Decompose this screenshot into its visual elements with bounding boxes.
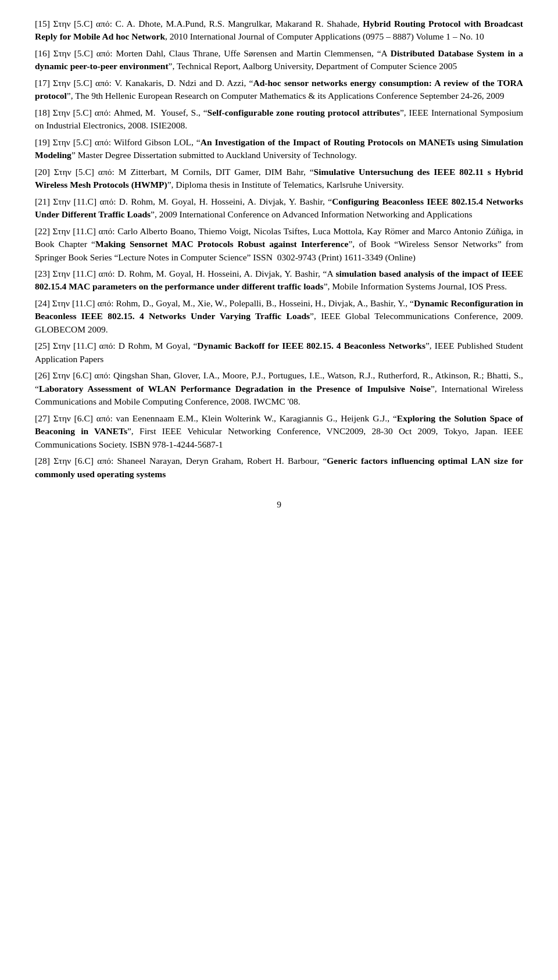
reference-16: [16] Στην [5.C] από: Morten Dahl, Claus … [35, 47, 523, 73]
reference-25: [25] Στην [11.C] από: D Rohm, M Goyal, “… [35, 339, 523, 366]
page: [15] Στην [5.C] από: C. A. Dhote, M.A.Pu… [0, 0, 558, 980]
reference-23: [23] Στην [11.C] από: D. Rohm, M. Goyal,… [35, 267, 523, 294]
reference-15: [15] Στην [5.C] από: C. A. Dhote, M.A.Pu… [35, 17, 523, 44]
ref-26-bold: Laboratory Assessment of WLAN Performanc… [39, 384, 431, 394]
ref-27-bold: Exploring the Solution Space of Beaconin… [35, 413, 523, 436]
ref-15-bold: Hybrid Routing Protocol with Broadcast R… [35, 19, 523, 41]
reference-28: [28] Στην [6.C] από: Shaneel Narayan, De… [35, 455, 523, 481]
ref-18-bold: Self-configurable zone routing protocol … [208, 108, 400, 117]
reference-18: [18] Στην [5.C] από: Ahmed, M. Yousef, S… [35, 106, 523, 133]
ref-21-bold: Configuring Beaconless IEEE 802.15.4 Net… [35, 196, 523, 219]
ref-22-bold: Making Sensornet MAC Protocols Robust ag… [95, 239, 348, 249]
ref-19-bold: An Investigation of the Impact of Routin… [35, 137, 523, 160]
reference-17: [17] Στην [5.C] από: V. Kanakaris, D. Nd… [35, 77, 523, 103]
page-number-text: 9 [277, 499, 281, 509]
ref-24-bold: Dynamic Reconfiguration in Beaconless IE… [35, 298, 523, 321]
ref-23-bold: simulation based analysis of the impact … [35, 269, 523, 291]
ref-17-bold: Ad-hoc sensor networks energy consumptio… [35, 78, 523, 101]
reference-22: [22] Στην [11.C] από: Carlo Alberto Boan… [35, 225, 523, 264]
reference-20: [20] Στην [5.C] από: M Zitterbart, M Cor… [35, 166, 523, 192]
reference-19: [19] Στην [5.C] από: Wilford Gibson LOL,… [35, 136, 523, 162]
page-number: 9 [35, 498, 523, 511]
reference-24: [24] Στην [11.C] από: Rohm, D., Goyal, M… [35, 297, 523, 336]
reference-27: [27] Στην [6.C] από: van Eenennaam E.M.,… [35, 412, 523, 451]
reference-21: [21] Στην [11.C] από: D. Rohm, M. Goyal,… [35, 195, 523, 221]
reference-26: [26] Στην [6.C] από: Qingshan Shan, Glov… [35, 369, 523, 408]
ref-25-bold: Dynamic Backoff for IEEE 802.15. 4 Beaco… [197, 341, 425, 350]
ref-16-bold: Distributed Database System in a dynamic… [35, 48, 523, 71]
ref-28-bold: Generic factors influencing optimal LAN … [35, 456, 523, 478]
ref-20-bold: Simulative Untersuchung des IEEE 802.11 … [35, 167, 523, 189]
